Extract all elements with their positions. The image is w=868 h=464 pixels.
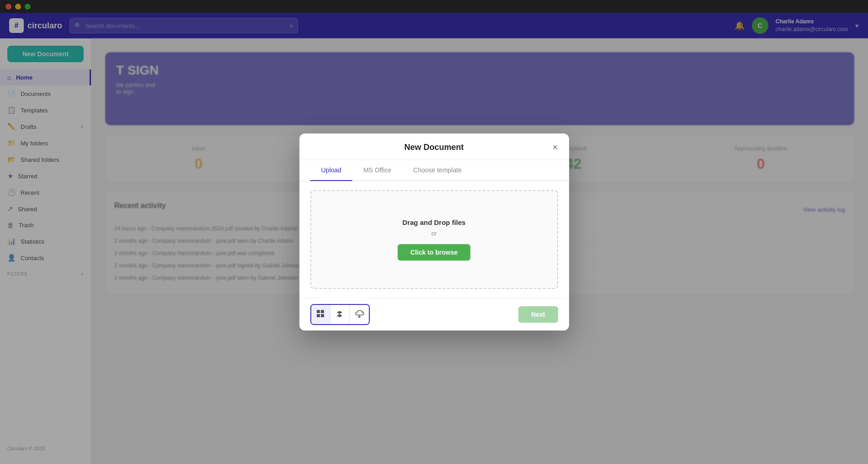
integration-icons-group — [310, 304, 370, 325]
local-files-icon — [316, 309, 325, 320]
browse-button[interactable]: Click to browse — [398, 244, 470, 261]
local-files-button[interactable] — [311, 305, 330, 324]
modal-close-button[interactable]: × — [549, 141, 562, 154]
cloud-icon — [354, 309, 364, 320]
svg-rect-1 — [321, 310, 324, 313]
tab-ms-office[interactable]: MS Office — [352, 160, 402, 181]
svg-rect-2 — [317, 314, 320, 317]
tab-choose-template[interactable]: Choose template — [402, 160, 473, 181]
dropbox-button[interactable] — [330, 305, 350, 324]
tab-upload[interactable]: Upload — [310, 160, 352, 181]
cloud-button[interactable] — [350, 305, 369, 324]
new-document-modal: New Document × Upload MS Office Choose t… — [299, 133, 569, 331]
next-button[interactable]: Next — [518, 306, 558, 323]
upload-drop-zone[interactable]: Drag and Drop files or Click to browse — [310, 190, 558, 289]
svg-rect-3 — [321, 314, 324, 317]
upload-or-text: or — [320, 230, 548, 237]
modal-overlay: New Document × Upload MS Office Choose t… — [0, 0, 868, 464]
dropbox-icon — [335, 309, 344, 320]
modal-tabs: Upload MS Office Choose template — [299, 160, 569, 181]
modal-footer: Next — [299, 298, 569, 331]
modal-header: New Document × — [299, 133, 569, 160]
svg-rect-0 — [317, 310, 320, 313]
drag-drop-text: Drag and Drop files — [320, 219, 548, 226]
modal-title: New Document — [310, 143, 558, 152]
